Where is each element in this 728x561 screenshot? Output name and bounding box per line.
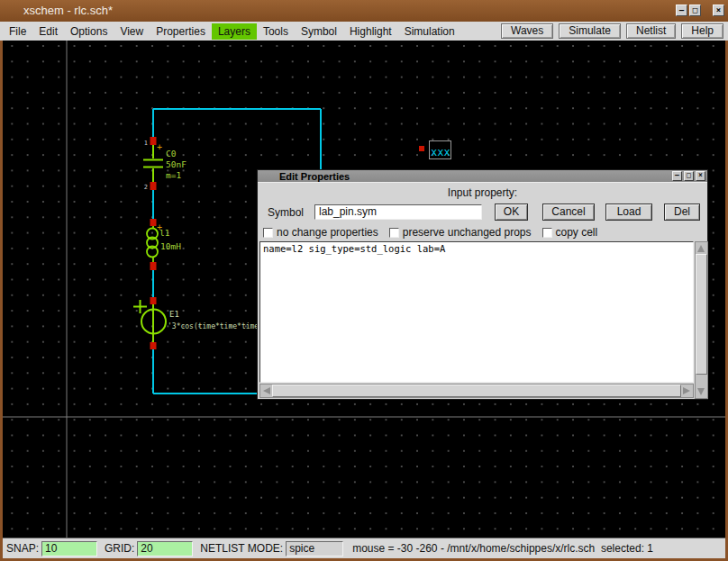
mouse-coordinates-text: mouse = -30 -260 - /mnt/x/home/schippes/… — [352, 542, 653, 555]
no-change-properties-checkbox[interactable] — [263, 228, 273, 238]
window-close-icon[interactable]: × — [713, 5, 724, 16]
window-minimize-icon[interactable]: – — [676, 5, 687, 16]
load-button[interactable]: Load — [605, 204, 652, 221]
statusbar: SNAP: 10 GRID: 20 NETLIST MODE: spice mo… — [3, 538, 725, 558]
copy-cell-label: copy cell — [556, 226, 598, 239]
pin-square — [150, 342, 157, 349]
capacitor-c0[interactable]: 1 2 + C0 50nF m=1 — [143, 137, 187, 191]
del-button[interactable]: Del — [664, 204, 700, 221]
scroll-right-icon[interactable] — [683, 387, 690, 394]
component-name: E1 — [169, 310, 179, 319]
menu-options[interactable]: Options — [64, 23, 114, 40]
component-value: 50nF — [166, 159, 187, 169]
window-title: xschem - rlc.sch* — [23, 4, 113, 17]
input-property-label: Input property: — [258, 186, 707, 199]
scroll-left-icon[interactable] — [263, 387, 270, 394]
grid-input[interactable]: 20 — [137, 541, 193, 556]
netlist-mode-input[interactable]: spice — [286, 541, 343, 556]
pin-label-text: xxx — [431, 146, 450, 158]
pin-square — [150, 262, 157, 270]
help-button[interactable]: Help — [681, 23, 723, 39]
netlist-mode-label: NETLIST MODE: — [200, 542, 283, 555]
netlist-button[interactable]: Netlist — [626, 23, 676, 39]
pin-square — [150, 182, 157, 190]
component-param: m=1 — [166, 170, 181, 180]
window-titlebar[interactable]: xschem - rlc.sch* – □ × — [0, 0, 728, 22]
snap-label: SNAP: — [6, 542, 39, 555]
preserve-unchanged-props-label: preserve unchanged props — [403, 226, 532, 239]
menu-symbol[interactable]: Symbol — [295, 23, 343, 40]
dialog-title: Edit Properties — [279, 170, 350, 183]
cancel-button[interactable]: Cancel — [542, 204, 595, 221]
xschem-window: { "window": { "title": "xschem - rlc.sch… — [0, 0, 728, 561]
polarity-plus: + — [157, 142, 162, 152]
symbol-row: Symbol lab_pin.sym OK Cancel Load Del — [258, 204, 707, 221]
menu-file[interactable]: File — [3, 23, 32, 40]
component-name: l1 — [159, 228, 170, 238]
waves-button[interactable]: Waves — [501, 23, 553, 39]
vertical-scrollbar[interactable] — [695, 241, 708, 399]
simulate-button[interactable]: Simulate — [559, 23, 621, 39]
symbol-input[interactable]: lab_pin.sym — [314, 204, 482, 220]
window-maximize-icon[interactable]: □ — [689, 5, 701, 16]
lab-pin-selected[interactable]: xxx — [419, 141, 451, 159]
symbol-label: Symbol — [268, 206, 314, 219]
dialog-maximize-icon[interactable]: □ — [684, 171, 694, 181]
scroll-down-icon[interactable] — [697, 388, 705, 395]
preserve-unchanged-props-checkbox[interactable] — [389, 228, 399, 238]
menu-properties[interactable]: Properties — [150, 23, 212, 40]
grid-label: GRID: — [105, 542, 134, 555]
copy-cell-checkbox[interactable] — [542, 228, 552, 238]
component-value: 10mH — [160, 241, 181, 251]
edit-properties-dialog: Edit Properties – □ × Input property: Sy… — [257, 169, 708, 400]
scroll-up-icon[interactable] — [697, 245, 705, 252]
menu-tools[interactable]: Tools — [257, 23, 295, 40]
toolbar-buttons: Waves Simulate Netlist Help — [501, 23, 723, 39]
voltage-source-e1[interactable]: E1 '3*cos(time*time*time' — [133, 297, 263, 349]
horizontal-scrollbar[interactable] — [259, 384, 694, 398]
component-value: '3*cos(time*time*time' — [168, 322, 263, 330]
inductor-l1[interactable]: + l1 10mH — [147, 219, 181, 270]
property-textarea[interactable]: name=l2 sig_type=std_logic lab=A — [259, 241, 694, 383]
snap-input[interactable]: 10 — [41, 541, 97, 556]
menu-layers[interactable]: Layers — [212, 23, 257, 40]
horizontal-scrollbar-thumb[interactable] — [272, 385, 681, 397]
no-change-properties-label: no change properties — [277, 226, 378, 239]
dialog-close-icon[interactable]: × — [696, 171, 705, 181]
menu-highlight[interactable]: Highlight — [343, 23, 398, 40]
pin-number: 2 — [144, 184, 148, 191]
menu-view[interactable]: View — [114, 23, 150, 40]
pin-number: 1 — [144, 140, 148, 147]
component-name: C0 — [166, 149, 177, 158]
vertical-scrollbar-thumb[interactable] — [696, 254, 707, 375]
pin-square — [150, 297, 157, 304]
menubar: File Edit Options View Properties Layers… — [0, 22, 728, 41]
checkbox-row: no change properties preserve unchanged … — [258, 226, 707, 239]
pin-square — [419, 146, 424, 151]
pin-square — [150, 219, 157, 226]
menu-simulation[interactable]: Simulation — [398, 23, 461, 40]
ok-button[interactable]: OK — [495, 204, 528, 221]
pin-square — [150, 137, 157, 145]
menu-edit[interactable]: Edit — [32, 23, 64, 40]
dialog-titlebar[interactable]: Edit Properties – □ × — [258, 170, 707, 183]
dialog-minimize-icon[interactable]: – — [672, 171, 682, 181]
